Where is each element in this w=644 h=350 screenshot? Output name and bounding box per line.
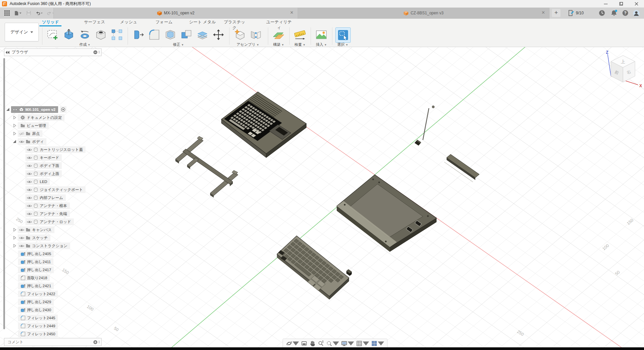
zoom-window-tool[interactable] [326,340,339,347]
shell-icon[interactable] [163,27,178,42]
browser-tree-item[interactable]: 面取り2418 [18,274,50,282]
visibility-eye-icon[interactable] [27,212,32,216]
browser-tree-item[interactable]: フィレット2450 [18,330,58,338]
browser-tree-item[interactable]: キャンバス [13,226,54,233]
browser-tree-item[interactable]: 内部フレーム [25,194,66,201]
visibility-eye-icon[interactable] [19,236,24,240]
activate-component-radio-icon[interactable] [61,107,65,112]
ribbon-group-1[interactable]: 修正 ▼ [131,42,226,47]
browser-tree-item[interactable]: カートリッジスロット蓋 [25,146,86,153]
browser-tree-item[interactable]: ボディ [13,138,46,145]
viewport-canvas[interactable]: 2501501005015010050250 [0,47,644,350]
fillet-icon[interactable] [147,27,162,42]
workspace-selector[interactable]: デザイン [5,23,39,41]
help-icon[interactable]: ? [622,10,629,18]
viewports-caret-icon[interactable] [378,340,384,347]
display-settings-caret-icon[interactable] [348,340,354,347]
browser-tree-item[interactable]: 押し出し2430 [18,306,54,314]
redo-icon[interactable] [47,10,54,16]
viewports-tool[interactable] [371,340,384,347]
pan-tool[interactable] [309,340,316,347]
ribbon-tab-mesh[interactable]: メッシュ [118,19,140,25]
visibility-eye-icon[interactable] [27,180,32,184]
model-body-bottom-case[interactable] [337,175,437,252]
browser-tree-item[interactable]: 原点 [13,130,42,137]
look-at-tool[interactable] [301,340,307,347]
user-avatar[interactable] [633,10,640,18]
visibility-eye-icon[interactable] [27,220,32,224]
save-icon[interactable] [26,10,33,16]
browser-tree-item[interactable]: 押し出し2421 [18,282,54,290]
tab-close-icon[interactable]: ✕ [541,10,545,15]
tab-close-icon[interactable]: ✕ [290,10,294,15]
browser-tree-item[interactable]: アンテナ・先端 [25,210,70,217]
ribbon-tab-solid[interactable]: ソリッド [40,19,61,25]
browser-tree-item[interactable]: アンテナ・ロッド [25,218,74,225]
model-body-top-case[interactable] [221,92,306,158]
file-menu-icon[interactable] [14,10,21,16]
browser-tree-item[interactable]: ビュー管理 [13,122,49,129]
construction-plane-icon[interactable] [271,27,286,42]
browser-tree-item[interactable]: 押し出し2429 [18,298,54,306]
grid-settings-tool[interactable] [356,340,369,347]
collapse-panel-icon[interactable] [6,51,10,54]
browser-tree-item[interactable]: スケッチ [13,234,50,241]
browser-tree-item[interactable]: フィレット2449 [18,322,58,330]
job-status-button[interactable]: 9/10 [568,10,584,16]
tree-collapse-arrow[interactable] [13,244,17,248]
ribbon-tab-surface[interactable]: サーフェス [82,19,107,25]
tree-expand-arrow[interactable] [6,108,10,112]
browser-tree-item[interactable]: LED [25,178,50,185]
panel-grip[interactable]: ‖ [99,50,100,54]
tree-expand-arrow[interactable] [13,140,17,144]
tree-collapse-arrow[interactable] [13,124,17,128]
tree-collapse-arrow[interactable] [13,236,17,240]
browser-tree-item[interactable]: ボディ下面 [25,162,62,169]
ribbon-group-5[interactable]: 挿入 ▼ [314,42,329,47]
measure-icon[interactable] [293,27,307,42]
browser-tree-item[interactable]: キーボード [25,154,62,161]
new-component-icon[interactable] [232,27,247,42]
document-tab-inactive[interactable]: CZ-8BS1_open v3 ✕ [298,7,549,19]
visibility-eye-icon[interactable] [12,108,18,112]
browser-tree-item[interactable]: アンテナ・根本 [25,202,70,209]
model-antenna-rod[interactable] [415,106,435,146]
zoom-tool[interactable] [318,340,324,347]
browser-tree-item[interactable]: フィレット2445 [18,314,58,322]
browser-tree-item[interactable]: 押し出し2417 [18,266,54,274]
undo-icon[interactable] [35,10,43,16]
ribbon-group-2[interactable]: アセンブリ ▼ [232,42,263,47]
visibility-eye-icon[interactable] [27,156,32,160]
hole-icon[interactable] [94,27,108,42]
browser-tree-item[interactable]: ドキュメントの設定 [13,114,64,121]
tree-collapse-arrow[interactable] [13,132,17,136]
model-inner-frame[interactable] [175,136,238,198]
browser-tree-item[interactable]: ボディ上面 [25,170,62,177]
new-document-tab-button[interactable]: + [552,9,560,17]
orbit-tool[interactable] [286,340,299,347]
document-tab-active[interactable]: MX-101_open v2 ✕ [53,7,298,19]
browser-tree-item[interactable]: 押し出し2411 [18,258,53,266]
select-icon[interactable] [335,27,351,43]
orbit-caret-icon[interactable] [293,340,299,347]
ribbon-group-6[interactable]: 選択 ▼ [335,42,350,47]
app-grid-menu-icon[interactable] [4,10,11,16]
visibility-eye-icon[interactable] [19,140,24,144]
maximize-button[interactable] [613,0,629,7]
ribbon-tab-utility[interactable]: ユーティリティ [266,19,292,25]
browser-tree-item[interactable]: コンストラクション [13,242,70,249]
ribbon-group-3[interactable]: 構築 ▼ [271,42,286,47]
visibility-eye-icon[interactable] [27,164,32,168]
joint-icon[interactable] [249,27,263,42]
tree-collapse-arrow[interactable] [13,228,17,232]
press-pull-icon[interactable] [131,27,146,42]
visibility-eye-icon[interactable] [27,172,32,176]
browser-tree-item[interactable]: フィレット2422 [18,290,58,298]
combine-icon[interactable] [179,27,194,42]
pattern-icon[interactable] [110,27,124,42]
visibility-eye-icon[interactable] [27,204,32,208]
clock-icon[interactable] [599,10,605,18]
minimize-button[interactable] [598,0,613,7]
browser-root-item[interactable]: MX-101_open v2 [6,106,66,113]
model-keyboard[interactable] [277,236,349,300]
